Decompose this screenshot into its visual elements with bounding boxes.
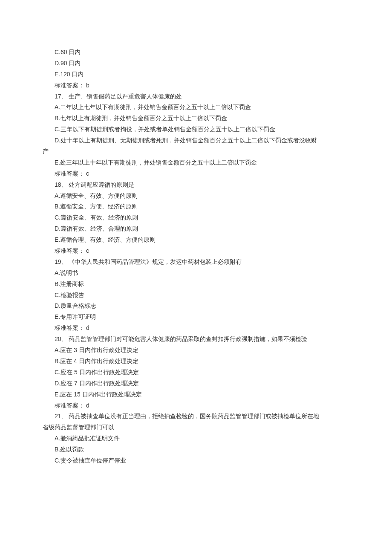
q20-option-d: D.应在 7 日内作出行政处理决定	[43, 378, 349, 389]
q19-option-d: D.质量合格标志	[43, 301, 349, 312]
q16-option-e: E.120 日内	[43, 69, 349, 80]
q19-answer: 标准答案： d	[43, 323, 349, 334]
q18-stem: 18、 处方调配应遵循的原则是	[43, 179, 349, 191]
q17-option-b: B.七年以上有期徒刑，并处销售金额百分之五十以上二倍以下罚金	[43, 113, 349, 124]
q19-option-b: B.注册商标	[43, 279, 349, 290]
q18-option-e: E.遵循合理、有效、经济、方便的原则	[43, 234, 349, 246]
q17-option-c: C.三年以下有期徒刑或者拘役，并处或者单处销售金额百分之五十以上二倍以下罚金	[43, 124, 349, 135]
q16-option-c: C.60 日内	[43, 47, 349, 58]
q19-option-a: A.说明书	[43, 268, 349, 279]
q17-option-d-part2: 产	[43, 146, 349, 157]
q20-option-c: C.应在 5 日内作出行政处理决定	[43, 367, 349, 378]
q16-option-d: D.90 日内	[43, 58, 349, 69]
q20-option-b: B.应在 4 日内作出行政处理决定	[43, 356, 349, 367]
q17-stem: 17、 生产、销售假药足以严重危害人体健康的处	[43, 91, 349, 102]
q18-option-a: A.遵循安全、有效、方便的原则	[43, 191, 349, 202]
q18-option-c: C.遵循安全、有效、经济的原则	[43, 212, 349, 223]
q19-stem: 19、 《中华人民共和国药品管理法》规定，发运中药材包装上必须附有	[43, 257, 349, 268]
q19-option-e: E.专用许可证明	[43, 312, 349, 323]
q21-stem-part1: 21、 药品被抽查单位没有正当理由，拒绝抽查检验的，国务院药品监管管理部门或被抽…	[43, 411, 349, 422]
q18-option-b: B.遵循安全、方便、经济的原则	[43, 201, 349, 212]
q21-stem-part2: 省级药品监督管理部门可以	[43, 422, 349, 433]
q20-option-e: E.应在 15 日内作出行政处理决定	[43, 389, 349, 400]
q17-option-e: E.处三年以上十年以下有期徒刑，并处销售金额百分之五十以上二倍以下罚金	[43, 157, 349, 168]
q18-option-d: D.遵循有效、经济、合理的原则	[43, 223, 349, 234]
q17-option-a: A.二年以上七年以下有期徒刑，并处销售金额百分之五十以上二倍以下罚金	[43, 102, 349, 113]
q19-option-c: C.检验报告	[43, 290, 349, 301]
q16-answer: 标准答案： b	[43, 80, 349, 91]
q21-option-a: A.撤消药品批准证明文件	[43, 433, 349, 444]
q17-option-d-part1: D.处十年以上有期徒刑、无期徒刑或者死刑，并处销售金额百分之五十以上二倍以下罚金…	[43, 135, 349, 146]
q18-answer: 标准答案： c	[43, 246, 349, 257]
q20-answer: 标准答案： d	[43, 400, 349, 411]
q21-option-c: C.责令被抽查单位停产停业	[43, 455, 349, 466]
q21-option-b: B.处以罚款	[43, 444, 349, 455]
q20-option-a: A.应在 3 日内作出行政处理决定	[43, 345, 349, 356]
q17-answer: 标准答案： c	[43, 168, 349, 179]
q20-stem: 20、 药品监管管理部门对可能危害人体健康的药品采取的查封扣押行政强制措施，如果…	[43, 334, 349, 345]
